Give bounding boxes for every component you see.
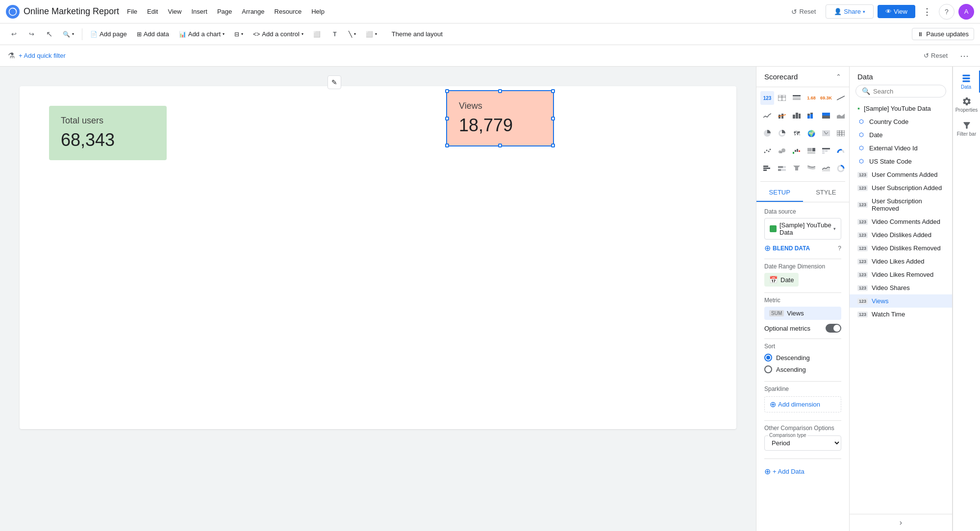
zoom-button[interactable]: 🔍 ▾ — [59, 29, 78, 40]
chart-type-pivot2[interactable] — [819, 144, 833, 158]
add-control-button[interactable]: <> Add a control ▾ — [249, 28, 307, 40]
field-user-sub-added[interactable]: 123 User Subscription Added — [850, 181, 952, 194]
field-watch-time[interactable]: 123 Watch Time — [850, 308, 952, 321]
filter-reset-button[interactable]: ↺ Reset — [919, 50, 953, 61]
shape-button[interactable]: ⬜ ▾ — [362, 29, 381, 40]
chart-type-bullet[interactable] — [775, 162, 789, 175]
field-video-dislikes-added[interactable]: 123 Video Dislikes Added — [850, 228, 952, 241]
more-options-button[interactable]: ⋮ — [919, 4, 935, 20]
data-source-selector[interactable]: [Sample] YouTube Data ▾ — [764, 218, 841, 240]
chart-type-scorecard[interactable]: 123 — [760, 91, 774, 105]
metric-chip[interactable]: SUM Views — [764, 307, 841, 320]
chart-type-num1[interactable]: 1.68 — [804, 91, 818, 105]
chart-type-line[interactable] — [760, 109, 774, 122]
cursor-button[interactable]: ↖ — [41, 26, 57, 42]
field-date[interactable]: ⬡ Date — [850, 128, 952, 142]
field-video-shares[interactable]: 123 Video Shares — [850, 281, 952, 294]
view-button[interactable]: 👁 View — [878, 5, 915, 18]
menu-file[interactable]: File — [123, 6, 141, 17]
redo-button[interactable]: ↪ — [24, 26, 39, 42]
pause-updates-button[interactable]: ⏸ Pause updates — [912, 28, 974, 40]
search-input[interactable] — [873, 88, 940, 95]
edit-pencil-button[interactable]: ✎ — [327, 75, 341, 89]
chart-type-table3[interactable] — [834, 126, 848, 140]
menu-view[interactable]: View — [164, 6, 185, 17]
embed-button[interactable]: ⬜ — [309, 26, 325, 42]
handle-mid-right[interactable] — [551, 117, 555, 121]
chart-type-funnel[interactable] — [790, 162, 804, 175]
radio-descending[interactable] — [764, 354, 772, 362]
user-avatar[interactable]: A — [958, 4, 974, 20]
field-external-video-id[interactable]: ⬡ External Video Id — [850, 142, 952, 155]
handle-bot-right[interactable] — [551, 144, 555, 147]
date-chip[interactable]: 📅 Date — [764, 273, 799, 287]
share-button[interactable]: 👤 Share ▾ — [826, 4, 874, 19]
chart-type-sankey[interactable] — [804, 162, 818, 175]
radio-ascending[interactable] — [764, 365, 772, 373]
chart-type-treemap[interactable] — [804, 144, 818, 158]
field-video-comments-added[interactable]: 123 Video Comments Added — [850, 215, 952, 228]
data-search-box[interactable]: 🔍 — [855, 85, 946, 97]
menu-page[interactable]: Page — [213, 6, 236, 17]
handle-top-right[interactable] — [551, 89, 555, 93]
optional-metrics-toggle[interactable] — [826, 324, 841, 333]
add-page-button[interactable]: 📄 Add page — [86, 28, 131, 40]
handle-bot-mid[interactable] — [498, 144, 502, 147]
chart-type-bubble[interactable] — [775, 144, 789, 158]
chart-type-trend[interactable] — [834, 91, 848, 105]
undo-button[interactable]: ↩ — [6, 26, 22, 42]
add-data-bottom-button[interactable]: ⊕ + Add Data — [764, 463, 841, 480]
reset-button[interactable]: ↺ Reset — [785, 5, 822, 19]
tab-setup[interactable]: SETUP — [756, 184, 803, 202]
tab-data[interactable]: Data — [953, 71, 980, 93]
chart-type-bar-combo[interactable] — [775, 109, 789, 122]
handle-bot-left[interactable] — [445, 144, 449, 147]
chart-type-100-bar[interactable] — [819, 109, 833, 122]
menu-arrange[interactable]: Arrange — [238, 6, 268, 17]
line-button[interactable]: ╲ ▾ — [345, 29, 360, 40]
handle-top-left[interactable] — [445, 89, 449, 93]
tab-properties[interactable]: Properties — [953, 94, 980, 117]
sort-descending-row[interactable]: Descending — [764, 354, 841, 362]
filter-more-button[interactable]: ⋯ — [956, 48, 972, 64]
chart-type-map2[interactable] — [819, 126, 833, 140]
add-quick-filter-button[interactable]: + Add quick filter — [19, 52, 66, 59]
chart-type-geo[interactable]: 🗺 — [790, 126, 804, 140]
field-video-likes-removed[interactable]: 123 Video Likes Removed — [850, 268, 952, 281]
chart-type-table2[interactable] — [790, 91, 804, 105]
field-user-sub-removed[interactable]: 123 User Subscription Removed — [850, 194, 952, 215]
theme-layout-button[interactable]: Theme and layout — [387, 28, 448, 40]
chart-type-pie[interactable] — [760, 126, 774, 140]
menu-help[interactable]: Help — [307, 6, 328, 17]
chart-type-hbar[interactable] — [760, 162, 774, 175]
help-button[interactable]: ? — [939, 4, 955, 20]
collapse-button[interactable]: ⌃ — [836, 73, 841, 80]
chart-type-donut[interactable] — [775, 126, 789, 140]
menu-resource[interactable]: Resource — [271, 6, 306, 17]
handle-top-mid[interactable] — [498, 89, 502, 93]
tab-style[interactable]: STYLE — [803, 184, 850, 202]
scorecard-views[interactable]: Views 18,779 — [446, 90, 554, 146]
expand-panel-button[interactable]: › — [850, 514, 952, 531]
field-us-state[interactable]: ⬡ US State Code — [850, 155, 952, 168]
chart-type-line2[interactable] — [819, 162, 833, 175]
field-views[interactable]: 123 Views — [850, 294, 952, 308]
chart-type-area[interactable] — [834, 109, 848, 122]
sort-ascending-row[interactable]: Ascending — [764, 365, 841, 373]
chart-type-waterfall[interactable] — [790, 144, 804, 158]
chart-type-table[interactable] — [775, 91, 789, 105]
canvas-area[interactable]: Total users 68,343 ✎ Vie — [0, 67, 756, 531]
blend-data-button[interactable]: ⊕ BLEND DATA ? — [764, 243, 841, 253]
data-source-item[interactable]: ▪ [Sample] YouTube Data — [850, 101, 952, 115]
field-user-comments-added[interactable]: 123 User Comments Added — [850, 168, 952, 181]
scorecard-total-users[interactable]: Total users 68,343 — [49, 106, 167, 160]
chart-type-world[interactable]: 🌍 — [804, 126, 818, 140]
text-button[interactable]: T — [327, 26, 343, 42]
menu-edit[interactable]: Edit — [143, 6, 162, 17]
chart-type-scatter[interactable] — [760, 144, 774, 158]
component-button[interactable]: ⊟ ▾ — [230, 29, 247, 40]
field-country-code[interactable]: ⬡ Country Code — [850, 115, 952, 128]
chart-type-radial[interactable] — [834, 162, 848, 175]
field-video-likes-added[interactable]: 123 Video Likes Added — [850, 255, 952, 268]
tab-filter-bar[interactable]: Filter bar — [953, 118, 980, 141]
